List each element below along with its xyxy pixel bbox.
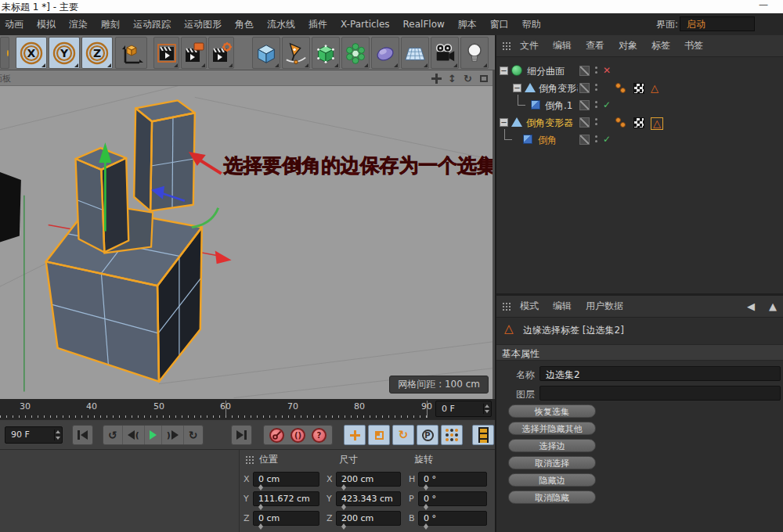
spline-pen-button[interactable]: [282, 37, 310, 69]
restore-selection-button[interactable]: 恢复选集: [508, 404, 596, 418]
visibility-dots-icon[interactable]: [595, 135, 597, 142]
menu-item-motion-tracker[interactable]: 运动跟踪: [133, 18, 171, 31]
object-row-bevel[interactable]: 倒角 ✓: [496, 131, 783, 149]
select-and-hide-others-button[interactable]: 选择并隐藏其他: [508, 422, 596, 435]
object-name[interactable]: 细分曲面: [527, 65, 565, 78]
stepper-icon[interactable]: [54, 430, 60, 440]
viewport-panel-menu[interactable]: 面板: [0, 73, 11, 84]
menu-item-help[interactable]: 帮助: [522, 18, 541, 31]
disabled-state-icon[interactable]: ✕: [603, 65, 611, 76]
coordinate-system-button[interactable]: [115, 37, 147, 69]
expander-icon[interactable]: −: [500, 66, 508, 75]
panel-handle-icon[interactable]: [502, 302, 512, 311]
section-basic-properties[interactable]: 基本属性: [496, 344, 783, 361]
menu-item-pipeline[interactable]: 流水线: [267, 18, 295, 31]
pos-z-field[interactable]: 0 cm: [253, 511, 319, 526]
goto-start-button[interactable]: [73, 426, 92, 444]
model-middle-box[interactable]: [76, 148, 129, 252]
view-toggle-icon[interactable]: [478, 73, 489, 84]
field-object-button[interactable]: [371, 37, 399, 69]
om-menu-view[interactable]: 查看: [586, 39, 604, 52]
menu-item-render[interactable]: 渲染: [69, 18, 88, 31]
key-rotation-toggle[interactable]: ↻: [392, 425, 414, 445]
visibility-toggle-icon[interactable]: [579, 100, 590, 110]
expander-icon[interactable]: −: [500, 118, 508, 127]
om-menu-object[interactable]: 对象: [619, 39, 637, 52]
render-to-picture-viewer-button[interactable]: [181, 37, 207, 69]
menu-item-character[interactable]: 角色: [235, 18, 254, 31]
timeline-ruler[interactable]: 30 40 50 60 70 80 90 0 F: [0, 399, 495, 419]
am-menu-userdata[interactable]: 用户数据: [586, 300, 623, 313]
pos-y-field[interactable]: 111.672 cm: [253, 491, 319, 506]
keyframe-selection-toggle[interactable]: [441, 425, 463, 445]
camera-object-button[interactable]: [431, 37, 459, 69]
am-menu-edit[interactable]: 编辑: [553, 300, 572, 313]
history-back-icon[interactable]: ◀: [747, 300, 755, 312]
key-parameter-toggle[interactable]: P: [417, 425, 438, 445]
partial-tool-button[interactable]: [0, 37, 9, 69]
om-menu-edit[interactable]: 编辑: [553, 39, 572, 52]
visibility-toggle-icon[interactable]: [579, 83, 590, 93]
rot-h-field[interactable]: 0 °: [418, 472, 487, 487]
lock-y-axis-button[interactable]: Y: [49, 37, 80, 69]
size-y-field[interactable]: 423.343 cm: [336, 491, 401, 506]
am-menu-mode[interactable]: 模式: [520, 300, 539, 313]
autokey-button[interactable]: (): [290, 428, 305, 443]
visibility-dots-icon[interactable]: [595, 66, 597, 74]
om-menu-file[interactable]: 文件: [520, 39, 539, 52]
lock-x-axis-button[interactable]: X: [16, 37, 47, 69]
next-key-button[interactable]: ): [162, 426, 184, 444]
enabled-state-icon[interactable]: ✓: [603, 99, 611, 110]
deselect-button[interactable]: 取消选择: [508, 456, 596, 469]
record-keyframe-button[interactable]: [269, 428, 284, 443]
menu-item-plugins[interactable]: 插件: [309, 18, 327, 31]
stepper-icon[interactable]: [483, 404, 489, 414]
texture-tag-icon[interactable]: [633, 117, 644, 128]
goto-end-button[interactable]: [232, 426, 251, 444]
unhide-button[interactable]: 取消隐藏: [508, 491, 596, 504]
menu-item-simulate[interactable]: 模拟: [37, 18, 56, 31]
end-frame-field[interactable]: 90 F: [5, 426, 63, 444]
panel-handle-icon[interactable]: [502, 41, 512, 50]
hide-edges-button[interactable]: 隐藏边: [508, 473, 596, 487]
rot-b-field[interactable]: 0 °: [418, 511, 487, 526]
pos-x-field[interactable]: 0 cm: [253, 472, 319, 487]
view-rotate-icon[interactable]: ↻: [462, 73, 474, 84]
menu-item-xparticles[interactable]: X-Particles: [341, 19, 390, 30]
menu-item-mograph[interactable]: 运动图形: [184, 18, 222, 31]
menu-item-script[interactable]: 脚本: [458, 18, 477, 31]
select-edges-button[interactable]: 选择边: [508, 439, 596, 452]
visibility-dots-icon[interactable]: [595, 118, 597, 125]
size-z-field[interactable]: 200 cm: [336, 511, 401, 526]
name-input[interactable]: 边选集2: [539, 366, 781, 381]
lock-z-axis-button[interactable]: Z: [81, 37, 113, 69]
keyframe-help-button[interactable]: ?: [312, 428, 327, 443]
menu-item-sculpt[interactable]: 雕刻: [101, 18, 120, 31]
object-name-selected[interactable]: 倒角变形器: [526, 117, 573, 130]
object-name[interactable]: 倒角.1: [545, 99, 572, 113]
floor-object-button[interactable]: [401, 37, 429, 69]
object-row-subdivision-surface[interactable]: − 细分曲面 ✕: [496, 63, 783, 80]
texture-tag-icon[interactable]: [633, 83, 644, 94]
key-position-toggle[interactable]: [344, 425, 366, 445]
pla-filmstrip-toggle[interactable]: [472, 425, 494, 445]
rot-p-field[interactable]: 0 °: [418, 491, 487, 506]
render-view-button[interactable]: [153, 37, 179, 69]
cursor-arrow-icon[interactable]: ▲: [769, 300, 777, 312]
subdivision-surface-button[interactable]: [312, 37, 340, 69]
menu-item-animation[interactable]: 动画: [5, 18, 23, 31]
object-row-bevel-1[interactable]: 倒角.1 ✓: [496, 97, 783, 114]
light-object-button[interactable]: [460, 37, 489, 69]
visibility-toggle-icon[interactable]: [579, 66, 590, 76]
loop-backward-button[interactable]: ↺: [103, 426, 123, 444]
om-menu-bookmark[interactable]: 书签: [684, 39, 703, 52]
add-primitive-cube-button[interactable]: [252, 37, 280, 69]
object-name[interactable]: 倒角变形器: [539, 82, 578, 95]
visibility-toggle-icon[interactable]: [579, 117, 590, 128]
object-row-bevel-deformer-2-selected[interactable]: − 倒角变形器 △: [496, 114, 783, 131]
visibility-dots-icon[interactable]: [595, 84, 597, 91]
object-row-bevel-deformer-1[interactable]: − 倒角变形器 △: [496, 80, 783, 97]
minimize-button[interactable]: —: [753, 0, 774, 10]
expander-icon[interactable]: −: [513, 84, 521, 92]
menu-item-window[interactable]: 窗口: [490, 18, 509, 31]
